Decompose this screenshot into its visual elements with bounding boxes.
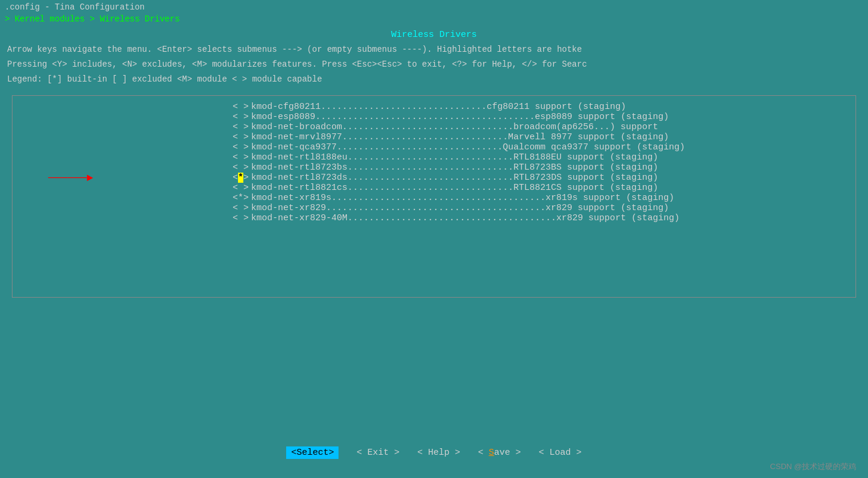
menu-row-wrap-0: < > kmod-cfg80211.......................… <box>12 102 856 112</box>
menu-item-dots-9: ........................................ <box>331 193 546 203</box>
menu-item-prefix-5: < > <box>233 152 251 163</box>
exit-button[interactable]: < Exit > <box>356 448 399 458</box>
menu-item-desc-11: xr829 support (staging) <box>556 213 679 223</box>
title-text: .config - Tina Configuration <box>5 2 145 12</box>
menu-item-dots-10: ........................................… <box>326 203 546 213</box>
help-text-1: Arrow keys navigate the menu. <Enter> se… <box>0 42 868 57</box>
menu-row-wrap-4: < > kmod-net-qca9377....................… <box>12 142 856 152</box>
menu-item-prefix-8: < > <box>233 183 251 193</box>
menu-item-desc-2: broadcom(ap6256...) support <box>513 122 658 132</box>
menu-item-kmod-11: kmod-net-xr829-40M <box>251 213 347 223</box>
help-button[interactable]: < Help > <box>417 448 460 458</box>
save-button[interactable]: < Save > <box>478 448 521 458</box>
menu-item-dots-11: ....................................... <box>347 213 556 223</box>
watermark: CSDN @技术过硬的荣鸡 <box>770 461 856 472</box>
menu-row-wrap-3: < > kmod-net-mrvl8977...................… <box>12 132 856 142</box>
menu-row-wrap-11: < > kmod-net-xr829-40M..................… <box>12 213 856 223</box>
menu-item-dots-2: ................................ <box>342 122 513 132</box>
title-bar: .config - Tina Configuration <box>0 0 868 13</box>
menu-item-prefix-3: < > <box>233 132 251 142</box>
menu-row-wrap-10: < > kmod-net-xr829......................… <box>12 203 856 213</box>
menu-item-desc-8: RTL8821CS support (staging) <box>513 183 658 193</box>
menu-item-dots-3: ............................... <box>342 132 508 142</box>
menu-item-desc-5: RTL8188EU support (staging) <box>513 152 658 163</box>
menu-item-kmod-3: kmod-net-mrvl8977 <box>251 132 342 142</box>
main-content: Wireless Drivers Arrow keys navigate the… <box>0 26 868 298</box>
menu-row-wrap-6: < > kmod-net-rtl8723bs..................… <box>12 163 856 173</box>
menu-item-prefix-11: < > <box>233 213 251 223</box>
menu-item-dots-4: ............................... <box>337 142 503 152</box>
menu-item-prefix-10: < > <box>233 203 251 213</box>
breadcrumb-text: > Kernel modules > Wireless Drivers <box>5 14 180 24</box>
menu-row-wrap-1: < > kmod-esp8089........................… <box>12 112 856 122</box>
menu-item-prefix-2: < > <box>233 122 251 132</box>
menu-item-desc-0: cfg80211 support (staging) <box>487 102 626 112</box>
menu-item-dots-8: ............................... <box>347 183 513 193</box>
load-button[interactable]: < Load > <box>539 448 582 458</box>
menu-item-desc-1: esp8089 support (staging) <box>535 112 669 122</box>
menu-item-prefix-1: < > <box>233 112 251 122</box>
menu-item-desc-3: Marvell 8977 support (staging) <box>508 132 669 142</box>
menu-item-desc-6: RTL8723BS support (staging) <box>513 163 658 173</box>
menu-row-wrap-7: ──────►<*>kmod-net-rtl8723ds............… <box>12 173 856 183</box>
menu-box: < > kmod-cfg80211.......................… <box>12 95 856 298</box>
menu-item-kmod-2: kmod-net-broadcom <box>251 122 342 132</box>
menu-item-kmod-9: kmod-net-xr819s <box>251 193 331 203</box>
menu-item-kmod-5: kmod-net-rtl8188eu <box>251 152 347 163</box>
menu-item-desc-9: xr819s support (staging) <box>546 193 674 203</box>
menu-item-prefix-0: < > <box>233 102 251 112</box>
menu-item-kmod-8: kmod-net-rtl8821cs <box>251 183 347 193</box>
help-text-2: Pressing <Y> includes, <N> excludes, <M>… <box>0 57 868 72</box>
menu-item-desc-10: xr829 support (staging) <box>546 203 669 213</box>
menu-item-prefix-7: <*> <box>233 173 251 183</box>
select-button[interactable]: <Select> <box>286 446 339 459</box>
menu-item-kmod-10: kmod-net-xr829 <box>251 203 326 213</box>
menu-item-dots-1: ........................................… <box>315 112 535 122</box>
menu-item-kmod-0: kmod-cfg80211 <box>251 102 321 112</box>
menu-item-desc-7: RTL8723DS support (staging) <box>513 173 658 183</box>
bottom-bar: <Select> < Exit > < Help > < Save > < Lo… <box>0 442 868 464</box>
menu-item-kmod-6: kmod-net-rtl8723bs <box>251 163 347 173</box>
menu-item-dots-6: ............................... <box>347 163 513 173</box>
menu-row-wrap-2: < > kmod-net-broadcom...................… <box>12 122 856 132</box>
menu-item-prefix-6: < > <box>233 163 251 173</box>
menu-row-wrap-9: <*>kmod-net-xr819s......................… <box>12 193 856 203</box>
menu-item-prefix-9: <*> <box>233 193 251 203</box>
menu-row-wrap-8: < > kmod-net-rtl8821cs..................… <box>12 183 856 193</box>
menu-row-wrap-5: < > kmod-net-rtl8188eu..................… <box>12 152 856 163</box>
menu-item-kmod-1: kmod-esp8089 <box>251 112 315 122</box>
menu-item-prefix-4: < > <box>233 142 251 152</box>
red-arrow-icon: ──────► <box>48 172 93 184</box>
menu-item-dots-0: ............................... <box>321 102 487 112</box>
center-title: Wireless Drivers <box>0 26 868 42</box>
menu-rows: < > kmod-cfg80211.......................… <box>12 102 856 223</box>
menu-item-dots-7: ............................... <box>347 173 513 183</box>
menu-item-desc-4: Qualcomm qca9377 support (staging) <box>503 142 685 152</box>
menu-item-dots-5: ............................... <box>347 152 513 163</box>
menu-item-kmod-4: kmod-net-qca9377 <box>251 142 337 152</box>
menu-item-kmod-7: kmod-net-rtl8723ds <box>251 173 347 183</box>
breadcrumb: > Kernel modules > Wireless Drivers <box>0 13 868 26</box>
help-text-3: Legend: [*] built-in [ ] excluded <M> mo… <box>0 72 868 87</box>
